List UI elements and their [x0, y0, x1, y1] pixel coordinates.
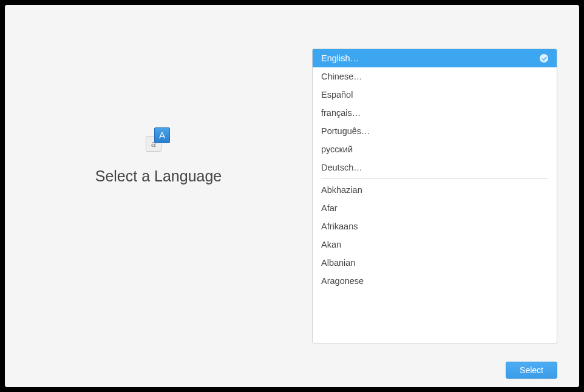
language-label: Español: [321, 90, 353, 100]
language-label: Aragonese: [321, 276, 364, 286]
language-item[interactable]: français…: [313, 104, 557, 122]
language-item[interactable]: Abkhazian: [313, 181, 557, 199]
language-icon: a A: [146, 127, 171, 153]
check-icon: [540, 54, 548, 63]
right-pane: English…Chinese…Españolfrançais…Portuguê…: [312, 5, 579, 356]
language-item[interactable]: English…: [313, 49, 557, 67]
language-label: English…: [321, 53, 359, 63]
language-label: Afar: [321, 203, 338, 213]
language-label: Chinese…: [321, 72, 362, 81]
content-area: a A Select a Language English…Chinese…Es…: [5, 5, 579, 356]
select-button[interactable]: Select: [506, 362, 557, 379]
language-label: Abkhazian: [321, 185, 362, 195]
language-label: Deutsch…: [321, 163, 362, 172]
language-label: Akan: [321, 240, 341, 249]
language-item[interactable]: русский: [313, 140, 557, 158]
language-label: Afrikaans: [321, 221, 358, 231]
language-item[interactable]: Español: [313, 86, 557, 104]
language-item[interactable]: Albanian: [313, 254, 557, 272]
left-pane: a A Select a Language: [5, 5, 312, 356]
language-item[interactable]: Chinese…: [313, 67, 557, 86]
language-list[interactable]: English…Chinese…Españolfrançais…Portuguê…: [312, 49, 557, 343]
language-label: Albanian: [321, 258, 355, 268]
page-title: Select a Language: [95, 167, 222, 185]
footer: Select: [5, 356, 579, 387]
installer-window: a A Select a Language English…Chinese…Es…: [5, 5, 579, 387]
language-item[interactable]: Português…: [313, 122, 557, 140]
list-separator: [321, 178, 548, 179]
language-item[interactable]: Aragonese: [313, 272, 557, 290]
language-label: Português…: [321, 126, 370, 136]
language-item[interactable]: Deutsch…: [313, 158, 557, 177]
language-icon-front: A: [154, 127, 170, 143]
language-item[interactable]: Afrikaans: [313, 217, 557, 235]
language-item[interactable]: Afar: [313, 199, 557, 217]
language-label: русский: [321, 144, 353, 154]
language-item[interactable]: Akan: [313, 235, 557, 254]
language-label: français…: [321, 108, 361, 118]
